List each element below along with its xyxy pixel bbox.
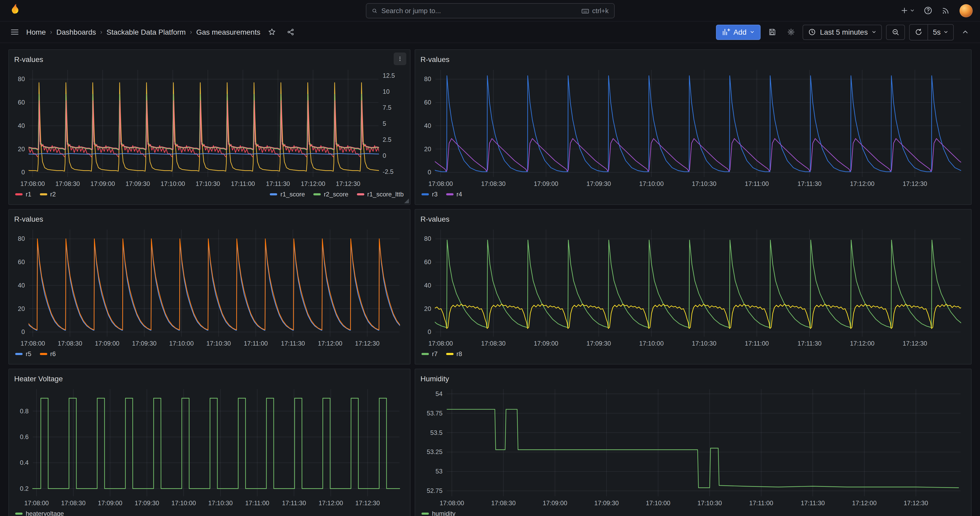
svg-text:17:12:00: 17:12:00	[850, 180, 874, 187]
user-avatar[interactable]	[959, 4, 973, 17]
chart-r-values-1[interactable]: 17:08:0017:08:3017:09:0017:09:3017:10:00…	[14, 66, 405, 190]
news-button[interactable]	[939, 3, 953, 18]
series-r6	[14, 239, 405, 330]
breadcrumb-separator-icon: ›	[100, 29, 102, 36]
svg-text:0: 0	[428, 328, 431, 335]
panel-legend: heatervoltage	[14, 509, 405, 516]
svg-text:17:11:00: 17:11:00	[745, 340, 769, 347]
chart-humidity[interactable]: 17:08:0017:08:3017:09:0017:09:3017:10:00…	[420, 385, 966, 509]
breadcrumb-dashboards[interactable]: Dashboards	[56, 28, 96, 36]
legend-item-r1[interactable]: r1	[15, 191, 31, 198]
panel-title[interactable]: R-values	[420, 215, 450, 223]
dashboard-row-2: R-values 17:08:0017:08:3017:09:0017:09:3…	[8, 209, 972, 365]
svg-text:17:09:00: 17:09:00	[534, 180, 558, 187]
time-range-picker[interactable]: Last 5 minutes	[803, 24, 882, 40]
svg-text:54: 54	[436, 390, 442, 397]
favorite-star-button[interactable]	[264, 25, 279, 40]
svg-text:17:12:30: 17:12:30	[355, 340, 380, 347]
legend-item-r1_score_lttb[interactable]: r1_score_lttb	[357, 191, 404, 198]
refresh-picker: 5s	[909, 24, 954, 40]
topbar-right	[897, 3, 973, 18]
panel-header: Humidity	[420, 373, 966, 385]
panel-title[interactable]: R-values	[420, 55, 450, 64]
panel-legend: r5r6	[14, 349, 405, 364]
chart-r-values-3[interactable]: 17:08:0017:08:3017:09:0017:09:3017:10:00…	[14, 225, 405, 349]
mega-menu-button[interactable]	[7, 25, 22, 40]
caret-down-icon	[749, 29, 755, 35]
svg-text:17:10:30: 17:10:30	[692, 180, 716, 187]
svg-text:40: 40	[424, 122, 431, 129]
svg-text:17:08:30: 17:08:30	[58, 340, 82, 347]
hamburger-icon	[10, 27, 19, 37]
search-input[interactable]: Search or jump to... ctrl+k	[366, 3, 614, 18]
legend-item-r6[interactable]: r6	[40, 350, 56, 358]
svg-text:17:12:30: 17:12:30	[902, 340, 927, 347]
legend-item-r7[interactable]: r7	[422, 350, 438, 358]
panel-menu-kebab-icon[interactable]	[394, 53, 406, 65]
svg-text:17:12:00: 17:12:00	[852, 500, 877, 506]
svg-text:17:12:30: 17:12:30	[904, 500, 928, 506]
svg-text:52.75: 52.75	[427, 487, 442, 494]
panel-header: R-values	[420, 213, 966, 225]
panel-resize-handle[interactable]	[404, 199, 409, 203]
panel-title[interactable]: Heater Voltage	[14, 374, 63, 383]
svg-text:17:11:30: 17:11:30	[282, 500, 306, 506]
legend-item-r2[interactable]: r2	[40, 191, 56, 198]
legend-item-r5[interactable]: r5	[15, 350, 31, 358]
legend-item-r8[interactable]: r8	[446, 350, 462, 358]
legend-item-r3[interactable]: r3	[422, 191, 438, 198]
legend-label: r7	[432, 350, 438, 358]
svg-text:17:11:00: 17:11:00	[245, 500, 269, 506]
chart-canvas: 17:08:0017:08:3017:09:0017:09:3017:10:00…	[14, 225, 405, 349]
help-button[interactable]	[921, 3, 935, 18]
legend-item-humidity[interactable]: humidity	[422, 510, 455, 516]
zoom-out-time-button[interactable]	[886, 24, 905, 40]
save-dashboard-button[interactable]	[765, 25, 780, 40]
svg-text:17:08:30: 17:08:30	[61, 500, 86, 506]
svg-text:20: 20	[424, 145, 431, 153]
legend-item-heatervoltage[interactable]: heatervoltage	[15, 510, 64, 516]
svg-text:17:08:30: 17:08:30	[56, 180, 80, 187]
series-r1_score_lttb	[14, 100, 405, 150]
legend-item-r2_score[interactable]: r2_score	[313, 191, 348, 198]
legend-swatch	[446, 353, 453, 355]
svg-text:17:10:00: 17:10:00	[161, 180, 185, 187]
new-menu-button[interactable]	[897, 3, 918, 18]
collapse-toolbar-button[interactable]	[958, 25, 973, 40]
legend-label: r4	[457, 191, 462, 198]
chart-heater-voltage[interactable]: 17:08:0017:08:3017:09:0017:09:3017:10:00…	[14, 385, 405, 509]
panel-title[interactable]: R-values	[14, 215, 43, 223]
breadcrumb-separator-icon: ›	[50, 29, 52, 36]
svg-text:40: 40	[424, 282, 431, 289]
breadcrumb-folder[interactable]: Stackable Data Platform	[107, 28, 186, 36]
breadcrumb-home[interactable]: Home	[26, 28, 46, 36]
chart-canvas: 17:08:0017:08:3017:09:0017:09:3017:10:00…	[14, 66, 405, 190]
refresh-interval-button[interactable]: 5s	[928, 24, 953, 40]
legend-item-r1_score[interactable]: r1_score	[270, 191, 305, 198]
save-floppy-icon	[768, 28, 776, 36]
legend-item-r4[interactable]: r4	[446, 191, 462, 198]
legend-group-left: r5r6	[15, 350, 56, 358]
chevron-up-icon	[961, 28, 969, 36]
add-panel-button[interactable]: Add	[716, 24, 760, 40]
chart-r-values-4[interactable]: 17:08:0017:08:3017:09:0017:09:3017:10:00…	[420, 225, 966, 349]
chart-r-values-2[interactable]: 17:08:0017:08:3017:09:0017:09:3017:10:00…	[420, 66, 966, 190]
svg-text:0.2: 0.2	[20, 485, 29, 492]
panel-title[interactable]: Humidity	[420, 374, 449, 383]
search-shortcut-label: ctrl+k	[592, 7, 609, 15]
legend-swatch	[270, 193, 277, 195]
panel-title[interactable]: R-values	[14, 55, 43, 64]
svg-text:17:09:30: 17:09:30	[587, 340, 611, 347]
dashboard-settings-button[interactable]	[784, 25, 799, 40]
svg-text:17:09:30: 17:09:30	[594, 500, 619, 506]
legend-swatch	[422, 513, 429, 515]
svg-text:80: 80	[424, 75, 431, 83]
legend-swatch	[15, 193, 22, 195]
refresh-button[interactable]	[910, 24, 928, 40]
series-r2	[14, 83, 405, 171]
legend-group-left: humidity	[422, 510, 455, 516]
panel-heater-voltage: Heater Voltage 17:08:0017:08:3017:09:001…	[8, 369, 410, 516]
share-button[interactable]	[283, 25, 298, 40]
time-range-label: Last 5 minutes	[820, 28, 868, 36]
grafana-logo[interactable]	[7, 3, 21, 16]
